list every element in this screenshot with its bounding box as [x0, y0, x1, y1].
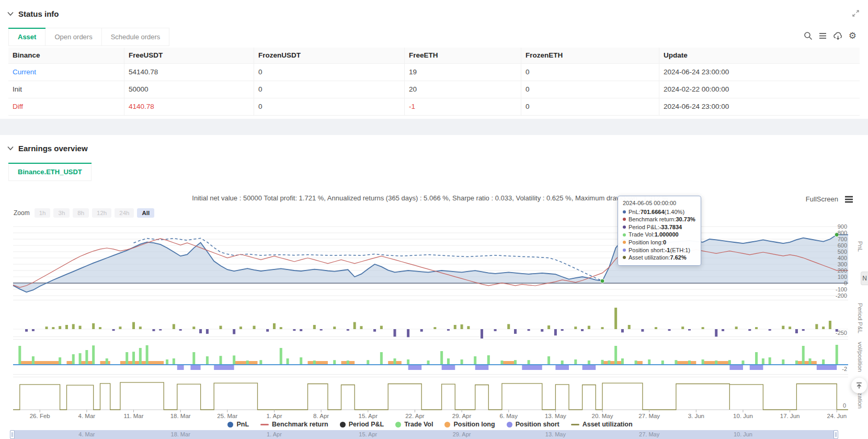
- table-cell: 0: [521, 98, 659, 115]
- datazoom-tick-label: 13. May: [545, 430, 566, 439]
- series-dot-icon: [623, 249, 626, 252]
- legend-label: Position long: [453, 421, 495, 428]
- chart-tooltip: 2024-06-05 00:00:00 PnL: 701.6664 (1.40%…: [618, 196, 701, 266]
- table-cell: 54140.78: [124, 64, 254, 81]
- table-cell: 0: [521, 64, 659, 81]
- column-header: FrozenETH: [521, 48, 659, 63]
- column-header: FreeUSDT: [124, 48, 254, 63]
- legend-item-benchmark-return[interactable]: Benchmark return: [260, 421, 328, 428]
- tooltip-row: Period P&L: -33.7834: [623, 223, 695, 231]
- tab-binance-eth-usdt[interactable]: Binance.ETH_USDT: [8, 163, 92, 181]
- datazoom-tick-label: 4. Mar: [78, 430, 95, 439]
- series-dot-icon: [623, 210, 626, 213]
- legend-item-pnl[interactable]: PnL: [227, 421, 249, 428]
- chart-legend: PnLBenchmark returnPeriod P&LTrade VolPo…: [13, 421, 847, 428]
- legend-label: Asset utilization: [583, 421, 633, 428]
- menu-list-icon[interactable]: [818, 31, 827, 40]
- legend-item-asset-utilization[interactable]: Asset utilization: [571, 421, 633, 428]
- column-header: Binance: [8, 48, 124, 63]
- column-header: FreeETH: [405, 48, 521, 63]
- table-cell: 0: [521, 81, 659, 98]
- datazoom-tick-label: 10. Jun: [734, 430, 752, 439]
- table-cell: 50000: [124, 81, 254, 98]
- tooltip-row: Benchmark return: 30.73%: [623, 216, 695, 223]
- page: Status info AssetOpen ordersSchedule ord…: [0, 0, 868, 439]
- table-cell: 0: [254, 98, 405, 115]
- collapse-chevron-icon[interactable]: [7, 146, 14, 151]
- table-cell: Init: [8, 81, 124, 98]
- back-to-top-button[interactable]: [851, 378, 867, 393]
- tooltip-row: Trade Vol: 1.000000: [623, 231, 695, 239]
- zoom-range-selector: Zoom 1h3h8h12h24hAll: [14, 208, 154, 218]
- table-row: Diff4140.780-102024-06-24 23:00:00: [8, 98, 860, 116]
- fullscreen-button[interactable]: FullScreen: [806, 195, 838, 203]
- table-header-row: BinanceFreeUSDTFrozenUSDTFreeETHFrozenET…: [8, 48, 860, 64]
- table-cell: 2024-02-22 00:00:00: [659, 81, 860, 98]
- tooltip-date: 2024-06-05 00:00:00: [623, 199, 695, 207]
- legend-item-period-p-l[interactable]: Period P&L: [340, 421, 384, 428]
- datazoom-tick-label: 18. Mar: [171, 430, 190, 439]
- zoom-option-24h[interactable]: 24h: [115, 208, 134, 218]
- datazoom-left-handle[interactable]: [10, 430, 15, 439]
- column-header: FrozenUSDT: [254, 48, 405, 63]
- table-cell: 0: [254, 81, 405, 98]
- series-dot-icon: [623, 241, 626, 244]
- column-header: Update: [659, 48, 860, 63]
- table-cell: 20: [405, 81, 521, 98]
- tooltip-row: Position long: 0: [623, 239, 695, 246]
- datazoom-tick-label: 27. May: [639, 430, 659, 439]
- chart-menu-icon[interactable]: [844, 196, 853, 203]
- series-dot-icon: [623, 226, 626, 229]
- cloud-download-icon[interactable]: [833, 31, 843, 40]
- table-cell: 2024-06-24 23:00:00: [659, 98, 860, 115]
- search-icon[interactable]: [804, 31, 813, 40]
- chart-stats-line: Initial net value : 50000 Total profit: …: [13, 194, 847, 202]
- legend-label: Position short: [516, 421, 559, 428]
- tooltip-row: PnL: 701.6664 (1.40%): [623, 208, 695, 216]
- status-info-title: Status info: [18, 9, 59, 18]
- earnings-tabs: Binance.ETH_USDT: [8, 163, 92, 181]
- legend-item-trade-vol[interactable]: Trade Vol: [395, 421, 433, 428]
- table-cell: 0: [254, 64, 405, 81]
- legend-label: Period P&L: [349, 421, 384, 428]
- tab-open-orders[interactable]: Open orders: [45, 28, 101, 46]
- gear-icon[interactable]: ⚙: [849, 31, 856, 40]
- datazoom-tick-label: 1. Apr: [267, 430, 282, 439]
- zoom-option-12h[interactable]: 12h: [92, 208, 111, 218]
- table-cell: 19: [405, 64, 521, 81]
- earnings-overview-card: Earnings overview Binance.ETH_USDT: [0, 135, 868, 439]
- zoom-option-all[interactable]: All: [137, 208, 154, 218]
- collapse-chevron-icon[interactable]: [7, 12, 14, 16]
- table-row: Init5000002002024-02-22 00:00:00: [8, 81, 860, 98]
- legend-label: Trade Vol: [404, 421, 433, 428]
- tab-schedule-orders[interactable]: Schedule orders: [102, 28, 170, 46]
- zoom-option-1h[interactable]: 1h: [35, 208, 51, 218]
- legend-marker-icon: [340, 422, 346, 427]
- table-row: Current54140.7801902024-06-24 23:00:00: [8, 64, 860, 81]
- zoom-option-3h[interactable]: 3h: [53, 208, 70, 218]
- table-cell: 2024-06-24 23:00:00: [659, 64, 860, 81]
- tab-asset[interactable]: Asset: [8, 28, 45, 46]
- legend-item-position-long[interactable]: Position long: [444, 421, 495, 428]
- row-link[interactable]: Current: [8, 64, 124, 81]
- datazoom-right-handle[interactable]: [833, 430, 838, 439]
- zoom-label: Zoom: [14, 209, 30, 217]
- series-dot-icon: [623, 233, 626, 237]
- legend-item-position-short[interactable]: Position short: [507, 421, 559, 428]
- legend-marker-icon: [395, 422, 401, 427]
- earnings-header: Earnings overview: [7, 144, 88, 153]
- datazoom-tick-label: 29. Apr: [453, 430, 471, 439]
- legend-marker-icon: [227, 422, 233, 427]
- legend-marker-icon: [571, 424, 579, 425]
- table-cell: -1: [405, 98, 521, 115]
- datazoom-slider[interactable]: 4. Mar18. Mar1. Apr15. Apr29. Apr13. May…: [10, 430, 838, 439]
- chart-toolbox: FullScreen: [806, 195, 853, 203]
- tooltip-row: Asset utilization: 7.62%: [623, 254, 695, 262]
- edge-drawer-tab[interactable]: N: [861, 272, 868, 285]
- tooltip-row: Position short: -1 (ETH:1): [623, 246, 695, 254]
- status-info-card: Status info AssetOpen ordersSchedule ord…: [0, 0, 868, 119]
- earnings-title: Earnings overview: [18, 144, 88, 153]
- asset-table: BinanceFreeUSDTFrozenUSDTFreeETHFrozenET…: [8, 48, 860, 116]
- expand-fullscreen-icon[interactable]: [852, 9, 860, 19]
- zoom-option-8h[interactable]: 8h: [73, 208, 89, 218]
